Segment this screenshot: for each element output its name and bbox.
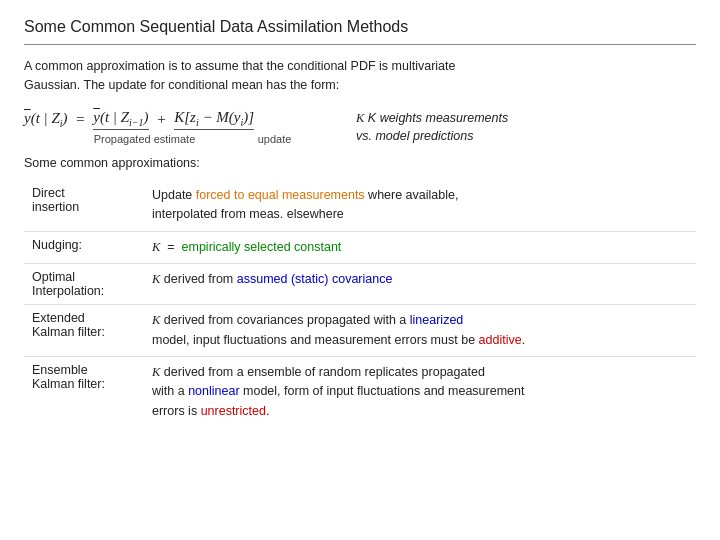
table-row: ExtendedKalman filter: K derived from co… xyxy=(24,305,696,357)
method-desc-nudging: K = empirically selected constant xyxy=(144,231,696,263)
highlight-unrestricted: unrestricted xyxy=(201,404,266,418)
method-name-optimal: OptimalInterpolation: xyxy=(24,264,144,305)
table-row: EnsembleKalman filter: K derived from a … xyxy=(24,356,696,427)
prop-estimate-label: Propagated estimate xyxy=(72,133,217,145)
method-desc-optimal: K derived from assumed (static) covarian… xyxy=(144,264,696,305)
highlight-nonlinear: nonlinear xyxy=(188,384,239,398)
formula-labels: Propagated estimate update xyxy=(24,133,332,145)
highlight-equal-measurements: forced to equal measurements xyxy=(196,188,365,202)
page-title: Some Common Sequential Data Assimilation… xyxy=(24,18,696,36)
update-label: update xyxy=(217,133,332,145)
highlight-empirically: empirically selected constant xyxy=(182,240,342,254)
intro-text: A common approximation is to assume that… xyxy=(24,57,696,95)
method-name-nudging: Nudging: xyxy=(24,231,144,263)
table-row: Nudging: K = empirically selected consta… xyxy=(24,231,696,263)
propagated-estimate: y(t | Zi−1) xyxy=(93,109,148,130)
update-term: K[zi − M(yi)] xyxy=(174,109,254,130)
formula-box: y(t | Zi) = y(t | Zi−1) + K[zi − M(yi)] xyxy=(24,109,332,145)
formula-lhs: y(t | Zi) xyxy=(24,110,68,129)
methods-table: Directinsertion Update forced to equal m… xyxy=(24,180,696,427)
k-weights-desc: K K weights measurements vs. model predi… xyxy=(356,109,508,147)
method-desc-direct: Update forced to equal measurements wher… xyxy=(144,180,696,231)
method-name-direct: Directinsertion xyxy=(24,180,144,231)
table-row: Directinsertion Update forced to equal m… xyxy=(24,180,696,231)
some-common-label: Some common approximations: xyxy=(24,156,696,170)
method-name-extended: ExtendedKalman filter: xyxy=(24,305,144,357)
table-row: OptimalInterpolation: K derived from ass… xyxy=(24,264,696,305)
divider xyxy=(24,44,696,45)
highlight-additive: additive xyxy=(479,333,522,347)
method-desc-extended: K derived from covariances propagated wi… xyxy=(144,305,696,357)
method-name-ensemble: EnsembleKalman filter: xyxy=(24,356,144,427)
method-desc-ensemble: K derived from a ensemble of random repl… xyxy=(144,356,696,427)
formula-section: y(t | Zi) = y(t | Zi−1) + K[zi − M(yi)] xyxy=(24,109,696,147)
highlight-assumed-covariance: assumed (static) covariance xyxy=(237,272,393,286)
highlight-linearized: linearized xyxy=(410,313,464,327)
